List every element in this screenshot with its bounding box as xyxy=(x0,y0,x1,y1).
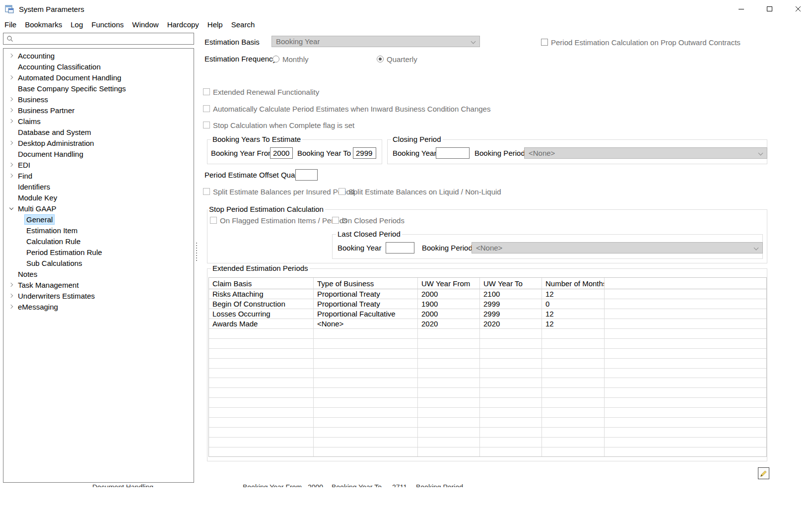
tree-item-task-management[interactable]: Task Management xyxy=(3,279,194,290)
table-cell[interactable]: <None> xyxy=(314,319,418,329)
table-row[interactable] xyxy=(209,369,766,379)
table-cell[interactable] xyxy=(605,369,766,379)
menu-help[interactable]: Help xyxy=(207,20,223,29)
table-row[interactable]: Awards Made<None>2020202012 xyxy=(209,319,766,329)
table-cell[interactable] xyxy=(605,447,766,457)
table-cell[interactable] xyxy=(605,438,766,447)
table-cell[interactable] xyxy=(209,378,314,388)
table-cell[interactable] xyxy=(209,359,314,369)
table-row[interactable] xyxy=(209,418,766,428)
tree-item-sub-calculations[interactable]: Sub Calculations xyxy=(3,257,194,268)
menu-search[interactable]: Search xyxy=(231,20,255,29)
table-cell[interactable] xyxy=(314,339,418,349)
tree-item-desktop-administration[interactable]: Desktop Administration xyxy=(3,137,194,148)
table-cell[interactable] xyxy=(209,339,314,349)
table-cell[interactable] xyxy=(314,369,418,379)
auto-calculate-checkbox[interactable] xyxy=(203,105,210,112)
tree-item-automated-document-handling[interactable]: Automated Document Handling xyxy=(3,72,194,83)
table-cell[interactable]: 2000 xyxy=(418,309,480,319)
menu-functions[interactable]: Functions xyxy=(91,20,124,29)
table-cell[interactable]: 2100 xyxy=(480,289,542,299)
table-cell[interactable]: Risks Attaching xyxy=(209,289,314,299)
table-cell[interactable] xyxy=(314,329,418,339)
table-row[interactable] xyxy=(209,398,766,408)
table-cell[interactable]: 12 xyxy=(542,319,605,329)
table-cell[interactable] xyxy=(542,447,605,457)
table-cell[interactable] xyxy=(314,428,418,438)
table-cell[interactable]: 12 xyxy=(542,289,605,299)
extended-renewal-checkbox-row[interactable]: Extended Renewal Functionality xyxy=(203,88,319,96)
table-cell[interactable] xyxy=(542,378,605,388)
tree-item-accounting[interactable]: Accounting xyxy=(3,50,194,61)
splitter-handle[interactable] xyxy=(195,243,198,261)
table-cell[interactable] xyxy=(605,329,766,339)
table-cell[interactable]: 2020 xyxy=(418,319,480,329)
chevron-right-icon[interactable] xyxy=(7,73,15,81)
table-cell[interactable] xyxy=(605,319,766,329)
menu-hardcopy[interactable]: Hardcopy xyxy=(167,20,199,29)
table-cell[interactable] xyxy=(605,378,766,388)
table-cell[interactable] xyxy=(605,408,766,418)
tree-item-business-partner[interactable]: Business Partner xyxy=(3,105,194,116)
quarterly-radio-row[interactable]: Quarterly xyxy=(377,55,417,63)
tree-item-document-handling[interactable]: Document Handling xyxy=(3,148,194,159)
table-cell[interactable] xyxy=(209,369,314,379)
table-row[interactable] xyxy=(209,447,766,457)
tree-item-general[interactable]: General xyxy=(3,214,194,225)
maximize-button[interactable] xyxy=(755,0,784,18)
tree-item-multi-gaap[interactable]: Multi GAAP xyxy=(3,203,194,214)
table-cell[interactable]: 12 xyxy=(542,309,605,319)
closing-booking-period-select[interactable]: <None> xyxy=(524,147,767,159)
table-cell[interactable] xyxy=(605,339,766,349)
monthly-radio-row[interactable]: Monthly xyxy=(272,55,309,63)
table-cell[interactable] xyxy=(605,428,766,438)
table-cell[interactable] xyxy=(209,329,314,339)
booking-year-from-input[interactable] xyxy=(270,147,293,159)
menu-window[interactable]: Window xyxy=(132,20,158,29)
table-cell[interactable] xyxy=(542,359,605,369)
table-cell[interactable] xyxy=(480,447,542,457)
table-row[interactable]: Risks AttachingProportional Treaty200021… xyxy=(209,289,766,299)
chevron-down-icon[interactable] xyxy=(7,204,15,212)
table-cell[interactable] xyxy=(418,428,480,438)
tree-item-underwriters-estimates[interactable]: Underwriters Estimates xyxy=(3,290,194,301)
split-insured-checkbox[interactable] xyxy=(203,188,210,195)
tree-item-find[interactable]: Find xyxy=(3,170,194,181)
minimize-button[interactable] xyxy=(727,0,755,18)
split-liquid-checkbox[interactable] xyxy=(338,188,345,195)
table-cell[interactable] xyxy=(209,418,314,428)
extended-renewal-checkbox[interactable] xyxy=(203,88,210,95)
table-cell[interactable] xyxy=(209,408,314,418)
table-cell[interactable] xyxy=(605,289,766,299)
table-cell[interactable] xyxy=(418,349,480,359)
table-cell[interactable] xyxy=(542,388,605,398)
on-flagged-checkbox[interactable] xyxy=(210,217,217,224)
table-row[interactable] xyxy=(209,349,766,359)
table-cell[interactable] xyxy=(209,447,314,457)
search-input[interactable] xyxy=(15,34,194,44)
prop-outward-checkbox-row[interactable]: Period Estimation Calculation on Prop Ou… xyxy=(541,38,741,46)
table-cell[interactable] xyxy=(542,329,605,339)
table-cell[interactable] xyxy=(542,398,605,408)
table-cell[interactable]: 1900 xyxy=(418,299,480,309)
on-flagged-checkbox-row[interactable]: On Flagged Estimation Items / Periods xyxy=(210,216,347,224)
table-cell[interactable] xyxy=(605,309,766,319)
table-cell[interactable] xyxy=(480,329,542,339)
split-liquid-checkbox-row[interactable]: Split Estimate Balances on Liquid / Non-… xyxy=(338,188,501,195)
table-cell[interactable] xyxy=(314,438,418,447)
table-cell[interactable] xyxy=(480,349,542,359)
tree-item-accounting-classification[interactable]: Accounting Classification xyxy=(3,61,194,72)
on-closed-checkbox-row[interactable]: On Closed Periods xyxy=(332,216,405,224)
table-cell[interactable] xyxy=(542,418,605,428)
table-cell[interactable] xyxy=(542,339,605,349)
table-cell[interactable] xyxy=(480,408,542,418)
table-cell[interactable]: 2999 xyxy=(480,299,542,309)
tree-item-business[interactable]: Business xyxy=(3,94,194,105)
menu-bookmarks[interactable]: Bookmarks xyxy=(25,20,62,29)
table-cell[interactable] xyxy=(314,388,418,398)
table-cell[interactable] xyxy=(542,428,605,438)
table-cell[interactable] xyxy=(418,359,480,369)
chevron-right-icon[interactable] xyxy=(7,161,15,169)
estimation-basis-select[interactable]: Booking Year xyxy=(271,36,480,47)
table-cell[interactable] xyxy=(209,428,314,438)
